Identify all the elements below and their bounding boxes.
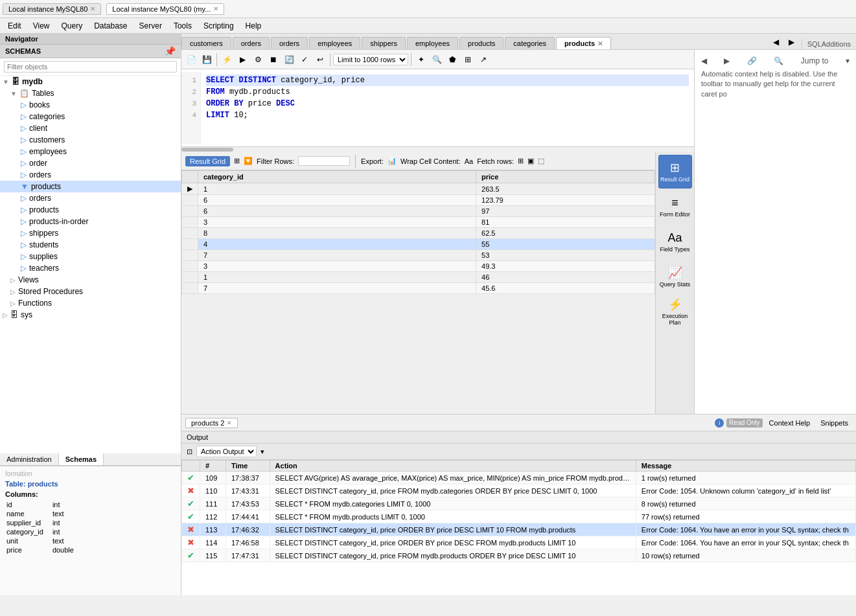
table-client[interactable]: ▷ client — [0, 122, 181, 134]
tab-next-btn[interactable]: ▶ — [785, 35, 799, 49]
col-header-price[interactable]: price — [476, 171, 655, 183]
result-grid[interactable]: category_id price ▶1263.56123.7969738186… — [181, 170, 655, 414]
table-customers[interactable]: ▷ customers — [0, 134, 181, 146]
editor-scrollbar[interactable] — [181, 147, 694, 152]
commit-btn[interactable]: ✓ — [297, 52, 312, 67]
field-types-btn[interactable]: Aa Field Types — [658, 225, 692, 258]
output-row[interactable]: ✔11117:43:53SELECT * FROM mydb.categorie… — [182, 497, 856, 510]
output-row[interactable]: ✖11417:46:58SELECT DISTINCT category_id,… — [182, 536, 856, 549]
schemas-pin-icon[interactable]: 📌 — [165, 46, 176, 56]
sql-editor[interactable]: 1 2 3 4 SELECT DISTINCT category_id, pri… — [181, 69, 694, 147]
products2-tab-close[interactable]: ✕ — [227, 420, 232, 426]
menu-database[interactable]: Database — [89, 20, 132, 32]
output-row[interactable]: ✔11517:47:31SELECT DISTINCT category_id,… — [182, 549, 856, 562]
explain-btn[interactable]: ⚙ — [251, 52, 265, 67]
schema-sys[interactable]: ▷ 🗄 sys — [0, 309, 181, 321]
window-tab-2-close[interactable]: ✕ — [213, 5, 218, 12]
schema-mydb[interactable]: ▼ 🗄 mydb — [0, 76, 181, 87]
output-row[interactable]: ✔10917:38:37SELECT AVG(price) AS avarage… — [182, 472, 856, 485]
table-orders2[interactable]: ▷ orders — [0, 192, 181, 204]
new-file-btn[interactable]: 📄 — [184, 52, 198, 67]
run-selected-btn[interactable]: ▶ — [235, 52, 249, 67]
menu-view[interactable]: View — [28, 20, 55, 32]
products2-tab[interactable]: products 2 ✕ — [185, 418, 238, 428]
table-employees[interactable]: ▷ employees — [0, 146, 181, 157]
table-orders[interactable]: ▷ orders — [0, 169, 181, 181]
menu-tools[interactable]: Tools — [168, 20, 197, 32]
stop-btn[interactable]: ⏹ — [266, 52, 281, 67]
table-row[interactable]: 697 — [182, 206, 655, 217]
ctx-link-icon[interactable]: 🔗 — [747, 56, 757, 65]
toggle-btn[interactable]: 🔄 — [282, 52, 296, 67]
find-btn[interactable]: 🔍 — [430, 52, 444, 67]
table-row[interactable]: 6123.79 — [182, 195, 655, 206]
query-tab-orders1[interactable]: orders — [233, 37, 270, 49]
table-order[interactable]: ▷ order — [0, 157, 181, 169]
save-btn[interactable]: 💾 — [200, 52, 214, 67]
table-row[interactable]: 349.3 — [182, 261, 655, 272]
tables-group[interactable]: ▼ 📋 Tables — [0, 87, 181, 99]
output-row[interactable]: ✔11217:44:41SELECT * FROM mydb.products … — [182, 510, 856, 523]
output-row[interactable]: ✖11317:46:32SELECT DISTINCT category_id,… — [182, 523, 856, 536]
menu-query[interactable]: Query — [56, 20, 87, 32]
query-stats-btn[interactable]: 📈 Query Stats — [658, 260, 692, 293]
query-tab-shippers[interactable]: shippers — [362, 37, 406, 49]
stored-procedures-group[interactable]: ▷ Stored Procedures — [0, 286, 181, 297]
context-help-tab[interactable]: Context Help — [765, 418, 815, 428]
table-row[interactable]: 745.6 — [182, 283, 655, 294]
table-supplies[interactable]: ▷ supplies — [0, 251, 181, 262]
query-tab-orders2[interactable]: orders — [271, 37, 308, 49]
result-grid-side-btn[interactable]: ⊞ Result Grid — [658, 155, 692, 188]
filter-input[interactable] — [4, 61, 177, 73]
query-tab-categories[interactable]: categories — [505, 37, 555, 49]
form-editor-btn[interactable]: ≡ Form Editor — [658, 190, 692, 223]
table-shippers[interactable]: ▷ shippers — [0, 227, 181, 239]
query-tab-products1[interactable]: products — [459, 37, 503, 49]
export-btn[interactable]: ↗ — [476, 52, 491, 67]
table-row[interactable]: ▶1263.5 — [182, 183, 655, 195]
output-row[interactable]: ✖11017:43:31SELECT DISTINCT category_id,… — [182, 485, 856, 497]
output-table[interactable]: # Time Action Message ✔10917:38:37SELECT… — [181, 460, 856, 595]
ctx-search-icon[interactable]: 🔍 — [774, 56, 783, 65]
col-header-category-id[interactable]: category_id — [198, 171, 476, 183]
table-categories[interactable]: ▷ categories — [0, 111, 181, 122]
menu-scripting[interactable]: Scripting — [198, 20, 239, 32]
table-row[interactable]: 753 — [182, 250, 655, 261]
table-books[interactable]: ▷ books — [0, 99, 181, 111]
table-products-in-order[interactable]: ▷ products-in-order — [0, 216, 181, 227]
table-products2[interactable]: ▷ products — [0, 204, 181, 216]
query-tab-employees1[interactable]: employees — [309, 37, 360, 49]
action-output-select[interactable]: Action Output — [196, 446, 257, 457]
run-btn[interactable]: ⚡ — [220, 52, 234, 67]
window-tab-1-close[interactable]: ✕ — [90, 5, 95, 12]
result-grid-btn[interactable]: Result Grid — [185, 156, 230, 166]
menu-edit[interactable]: Edit — [3, 20, 27, 32]
menu-help[interactable]: Help — [240, 20, 267, 32]
execution-plan-btn[interactable]: ⚡ Execution Plan — [658, 295, 692, 328]
find-replace-btn[interactable]: ⬟ — [445, 52, 459, 67]
query-tab-customers[interactable]: customers — [181, 37, 231, 49]
editor-text[interactable]: SELECT DISTINCT category_id, price FROM … — [201, 72, 694, 144]
schemas-tab[interactable]: Schemas — [59, 453, 104, 465]
ctx-next-btn[interactable]: ▶ — [724, 56, 730, 65]
history-btn[interactable]: ⊞ — [461, 52, 475, 67]
admin-tab[interactable]: Administration — [0, 453, 59, 465]
limit-select[interactable]: Limit to 1000 rows — [333, 54, 408, 65]
functions-group[interactable]: ▷ Functions — [0, 297, 181, 309]
views-group[interactable]: ▷ Views — [0, 274, 181, 286]
table-row[interactable]: 381 — [182, 217, 655, 228]
query-tab-employees2[interactable]: employees — [407, 37, 458, 49]
filter-rows-input[interactable] — [298, 156, 350, 166]
rollback-btn[interactable]: ↩ — [313, 52, 327, 67]
ctx-prev-btn[interactable]: ◀ — [701, 56, 707, 65]
table-students[interactable]: ▷ students — [0, 239, 181, 251]
table-products[interactable]: ▼ products — [0, 181, 181, 192]
table-row[interactable]: 146 — [182, 272, 655, 283]
query-tab-products2[interactable]: products ✕ — [556, 37, 611, 49]
menu-server[interactable]: Server — [134, 20, 167, 32]
format-btn[interactable]: ✦ — [414, 52, 428, 67]
tab-prev-btn[interactable]: ◀ — [769, 35, 783, 49]
tab-products2-close[interactable]: ✕ — [597, 40, 603, 47]
snippets-tab[interactable]: Snippets — [816, 418, 852, 428]
window-tab-2[interactable]: Local instance MySQL80 (my... ✕ — [106, 3, 224, 15]
